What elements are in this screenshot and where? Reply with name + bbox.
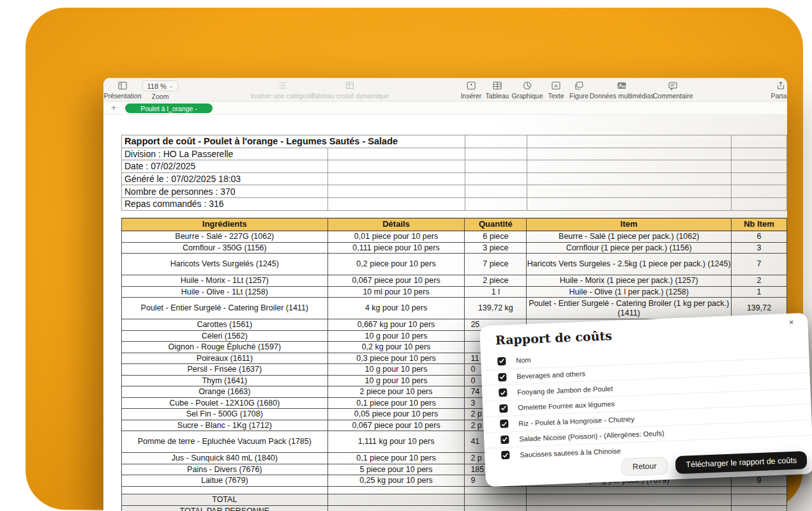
checkbox-checked-icon[interactable] <box>499 388 508 397</box>
table-cell[interactable]: 7 <box>732 254 787 275</box>
column-header[interactable]: Item <box>527 218 732 231</box>
header-cell[interactable] <box>527 197 731 210</box>
table-cell[interactable]: 0,2 kg pour 10 pers <box>327 342 465 353</box>
header-cell[interactable] <box>732 135 787 148</box>
toolbar-button-share[interactable]: Partag <box>771 80 787 100</box>
total-cell[interactable] <box>732 494 787 505</box>
checkbox-checked-icon[interactable] <box>498 373 507 382</box>
toolbar-button-zoom-value-button[interactable]: 118 %⌄Zoom <box>142 80 178 100</box>
table-cell[interactable]: Cornflour - 350G (1156) <box>122 242 328 254</box>
header-cell[interactable]: Repas commandés : 316 <box>122 197 328 210</box>
table-cell[interactable]: 5 piece pour 10 pers <box>327 464 465 475</box>
table-cell[interactable]: Céleri (1562) <box>122 330 328 342</box>
table-cell[interactable] <box>527 486 732 494</box>
table-cell[interactable]: 10 g pour 10 pers <box>327 375 465 386</box>
table-cell[interactable]: 3 piece <box>465 242 527 254</box>
column-header[interactable]: Détails <box>327 218 465 231</box>
header-cell[interactable] <box>327 185 465 198</box>
total-cell[interactable]: TOTAL PAR PERSONNE <box>122 505 328 511</box>
table-cell[interactable]: Huile - Morix - 1Lt (1257) <box>122 275 328 287</box>
table-cell[interactable]: 0,067 piece pour 10 pers <box>327 275 465 287</box>
table-cell[interactable]: Jus - Sunquick 840 mL (1840) <box>122 453 328 464</box>
header-cell[interactable] <box>527 185 731 198</box>
header-cell[interactable] <box>465 172 527 185</box>
table-cell[interactable]: Oignon - Rouge Épluché (1597) <box>122 342 328 353</box>
total-cell[interactable] <box>527 494 732 505</box>
header-cell[interactable]: Généré le : 07/02/2025 18:03 <box>122 172 328 185</box>
table-cell[interactable]: 0,01 piece pour 10 pers <box>327 231 465 243</box>
table-cell[interactable]: Sel Fin - 500G (1708) <box>122 409 328 420</box>
header-cell[interactable] <box>527 160 731 173</box>
table-cell[interactable]: 0,05 piece pour 10 pers <box>327 409 465 420</box>
table-cell[interactable]: 10 ml pour 10 pers <box>327 286 465 298</box>
table-cell[interactable]: 10 g pour 10 pers <box>327 330 465 342</box>
toolbar-button-shape[interactable]: Figure <box>569 80 589 100</box>
table-cell[interactable]: 2 piece <box>465 275 527 287</box>
header-cell[interactable]: Date : 07/02/2025 <box>122 160 328 173</box>
header-cell[interactable] <box>527 172 731 185</box>
toolbar-button-presentation[interactable]: Présentation <box>104 80 142 100</box>
table-cell[interactable]: Haricots Verts Surgelés (1245) <box>122 254 328 275</box>
table-cell[interactable]: Beurre - Salé - 227G (1062) <box>122 231 328 243</box>
table-cell[interactable]: 0,3 piece pour 10 pers <box>327 353 465 364</box>
table-cell[interactable]: Huile - Olive - 1Lt (1258) <box>122 286 328 298</box>
header-cell[interactable] <box>327 172 465 185</box>
header-cell[interactable] <box>732 172 787 185</box>
table-cell[interactable]: 1 l <box>465 286 527 298</box>
table-cell[interactable]: Poulet - Entier Surgelé - Catering Broil… <box>527 298 732 319</box>
table-cell[interactable]: Huile - Morix (1 piece per pack.) (1257) <box>527 275 732 287</box>
toolbar-button-insert[interactable]: Insérer <box>461 80 482 100</box>
table-cell[interactable]: 139,72 kg <box>465 298 527 319</box>
close-icon[interactable]: × <box>788 317 793 327</box>
header-cell[interactable] <box>465 148 527 160</box>
header-cell[interactable]: Division : HO La Passerelle <box>122 148 328 160</box>
toolbar-button-media[interactable]: Données multimédias <box>590 80 654 100</box>
table-cell[interactable]: Orange (1663) <box>122 386 328 398</box>
table-cell[interactable]: Thym (1641) <box>122 375 328 386</box>
total-cell[interactable] <box>465 494 527 505</box>
checkbox-checked-icon[interactable] <box>499 404 508 413</box>
table-cell[interactable]: 0,2 piece pour 10 pers <box>327 254 465 275</box>
header-cell[interactable]: Nombre de personnes : 370 <box>122 185 328 198</box>
header-cell[interactable] <box>732 197 787 210</box>
table-cell[interactable]: 4 kg pour 10 pers <box>327 298 465 319</box>
total-cell[interactable] <box>327 494 465 505</box>
table-cell[interactable]: Haricots Verts Surgeles - 2.5kg (1 piece… <box>527 254 732 275</box>
sheet-tab[interactable]: Poulet à l_orange - <box>125 103 213 113</box>
header-cell[interactable] <box>327 148 465 160</box>
table-cell[interactable] <box>732 486 787 494</box>
toolbar-button-chart-pie[interactable]: Graphique <box>511 80 543 100</box>
table-cell[interactable]: Poulet - Entier Surgelé - Catering Broil… <box>122 298 328 319</box>
retour-button[interactable]: Retour <box>620 457 668 477</box>
table-cell[interactable]: Laitue (7679) <box>122 475 328 487</box>
table-cell[interactable]: Pains - Divers (7676) <box>122 464 328 475</box>
toolbar-button-comment[interactable]: Commentaire <box>652 80 693 100</box>
table-cell[interactable]: 3 <box>732 242 787 254</box>
table-cell[interactable]: Huile - Olive (1 l per pack.) (1258) <box>527 286 732 298</box>
table-cell[interactable]: 0,111 piece pour 10 pers <box>327 242 465 254</box>
header-cell[interactable] <box>465 185 527 198</box>
table-cell[interactable]: 6 piece <box>465 231 527 243</box>
table-cell[interactable]: Beurre - Salé (1 piece per pack.) (1062) <box>527 231 732 243</box>
table-cell[interactable]: Cube - Poulet - 12X10G (1680) <box>122 397 328 409</box>
header-cell[interactable] <box>465 135 527 148</box>
header-cell[interactable] <box>732 160 787 173</box>
zoom-level-control[interactable]: 118 %⌄ <box>142 80 178 91</box>
table-cell[interactable]: 7 piece <box>465 254 527 275</box>
checkbox-checked-icon[interactable] <box>500 435 509 444</box>
header-cell[interactable] <box>327 197 465 210</box>
table-cell[interactable]: 0,667 kg pour 10 pers <box>327 319 465 331</box>
header-cell[interactable] <box>465 160 527 173</box>
total-cell[interactable] <box>465 505 527 511</box>
table-cell[interactable]: Persil - Frisée (1637) <box>122 364 328 376</box>
table-cell[interactable] <box>327 486 465 494</box>
checkbox-checked-icon[interactable] <box>500 420 509 429</box>
checkbox-checked-icon[interactable] <box>501 451 510 460</box>
table-cell[interactable]: 0,067 piece pour 10 pers <box>327 420 465 431</box>
table-cell[interactable]: Carottes (1561) <box>122 319 328 331</box>
total-cell[interactable] <box>527 505 732 511</box>
column-header[interactable]: Quantité <box>465 218 527 231</box>
table-cell[interactable]: Poireaux (1611) <box>122 353 328 364</box>
total-cell[interactable] <box>327 505 465 511</box>
table-cell[interactable]: Pomme de terre - Epluchée Vacuum Pack (1… <box>122 431 328 453</box>
